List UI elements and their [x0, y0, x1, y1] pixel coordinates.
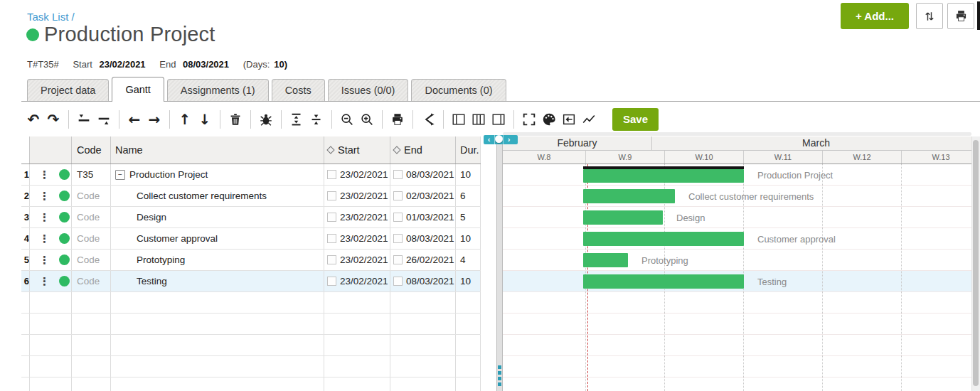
- code-cell[interactable]: Code: [71, 228, 110, 249]
- dur-cell[interactable]: 5: [455, 207, 481, 227]
- end-cell[interactable]: [390, 314, 455, 334]
- dur-cell[interactable]: [455, 314, 481, 334]
- dur-cell[interactable]: 4: [455, 250, 481, 270]
- gantt-row[interactable]: [503, 314, 980, 335]
- dur-cell[interactable]: 10: [455, 271, 481, 291]
- task-status-icon[interactable]: [59, 212, 70, 223]
- start-cell[interactable]: 23/02/2021: [324, 250, 390, 270]
- name-cell[interactable]: Design: [110, 207, 324, 227]
- code-cell[interactable]: Code: [71, 207, 110, 227]
- indent-button[interactable]: →: [145, 109, 164, 129]
- table-empty-row[interactable]: [21, 356, 481, 377]
- end-cell[interactable]: [390, 356, 455, 377]
- table-row[interactable]: 1⋮T35−Production Project23/02/202108/03/…: [21, 164, 481, 186]
- fullscreen-button[interactable]: [520, 109, 538, 129]
- undo-button[interactable]: ↶: [24, 109, 43, 129]
- print-gantt-button[interactable]: [388, 109, 407, 129]
- style-palette-button[interactable]: [540, 109, 558, 129]
- task-status-icon[interactable]: [59, 169, 70, 180]
- task-status-icon[interactable]: [59, 255, 70, 265]
- end-milestone-checkbox[interactable]: [393, 277, 403, 286]
- outdent-button[interactable]: ←: [125, 109, 144, 129]
- task-status-icon[interactable]: [59, 191, 70, 201]
- start-cell[interactable]: 23/02/2021: [324, 228, 390, 249]
- tab-gantt[interactable]: Gantt: [112, 77, 164, 102]
- dur-cell[interactable]: [455, 335, 481, 355]
- dur-cell[interactable]: [455, 356, 481, 377]
- end-cell[interactable]: 02/03/2021: [390, 186, 455, 206]
- table-row[interactable]: 5⋮CodePrototyping23/02/202126/02/20214: [21, 250, 481, 271]
- end-cell[interactable]: [390, 335, 455, 355]
- code-cell[interactable]: T35: [71, 164, 110, 185]
- start-cell[interactable]: [324, 356, 390, 377]
- start-cell[interactable]: 23/02/2021: [324, 207, 390, 227]
- task-bar[interactable]: [583, 253, 628, 267]
- header-dur[interactable]: Dur.: [455, 136, 481, 164]
- tab-assignments-1[interactable]: Assignments (1): [167, 79, 269, 101]
- start-cell[interactable]: 23/02/2021: [324, 271, 390, 291]
- tab-project-data[interactable]: Project data: [27, 79, 109, 101]
- gantt-row[interactable]: [503, 356, 980, 377]
- task-bar[interactable]: [583, 274, 744, 289]
- start-milestone-checkbox[interactable]: [327, 255, 336, 264]
- gantt-row[interactable]: [503, 377, 980, 391]
- table-row[interactable]: 6⋮CodeTesting23/02/202108/03/202110: [21, 271, 481, 292]
- end-cell[interactable]: [390, 377, 455, 391]
- table-empty-row[interactable]: [21, 314, 481, 335]
- collapse-children-icon[interactable]: −: [115, 170, 125, 180]
- start-milestone-checkbox[interactable]: [327, 277, 336, 286]
- start-milestone-checkbox[interactable]: [327, 170, 336, 179]
- start-cell[interactable]: 23/02/2021: [324, 186, 390, 206]
- expand-all-button[interactable]: [287, 109, 306, 129]
- end-milestone-checkbox[interactable]: [393, 191, 403, 200]
- save-button[interactable]: Save: [612, 108, 659, 131]
- insert-below-button[interactable]: [95, 109, 113, 129]
- gantt-horizontal-scrollbar[interactable]: [503, 132, 971, 136]
- gantt-row[interactable]: [503, 292, 980, 314]
- name-cell[interactable]: [110, 356, 324, 377]
- task-bar[interactable]: [583, 232, 744, 246]
- code-cell[interactable]: [71, 292, 110, 313]
- task-status-icon[interactable]: [59, 233, 70, 244]
- insert-above-button[interactable]: [75, 109, 93, 129]
- delete-task-button[interactable]: [226, 109, 245, 129]
- breadcrumb[interactable]: Task List /: [27, 11, 75, 23]
- move-up-button[interactable]: ↑: [176, 109, 194, 129]
- row-menu-icon[interactable]: ⋮: [39, 190, 50, 203]
- start-milestone-checkbox[interactable]: [327, 213, 336, 222]
- tab-documents-0[interactable]: Documents (0): [411, 79, 506, 101]
- vertical-scrollbar-thumb[interactable]: [973, 140, 979, 386]
- task-bar[interactable]: [583, 189, 675, 203]
- end-cell[interactable]: 08/03/2021: [390, 228, 455, 249]
- start-cell[interactable]: [324, 314, 390, 334]
- layout-left-button[interactable]: [449, 109, 468, 129]
- workload-button[interactable]: [580, 109, 598, 129]
- table-empty-row[interactable]: [21, 377, 481, 391]
- table-row[interactable]: 4⋮CodeCustomer approval23/02/202108/03/2…: [21, 228, 481, 250]
- table-row[interactable]: 2⋮CodeCollect customer requirements23/02…: [21, 186, 481, 207]
- name-cell[interactable]: Collect customer requirements: [110, 186, 324, 206]
- dur-cell[interactable]: 6: [455, 186, 481, 206]
- sort-button[interactable]: [916, 3, 943, 29]
- name-cell[interactable]: [110, 335, 324, 355]
- end-cell[interactable]: 01/03/2021: [390, 207, 455, 227]
- add-button[interactable]: + Add...: [841, 3, 909, 29]
- name-cell[interactable]: [110, 377, 324, 391]
- task-bar[interactable]: [583, 210, 663, 225]
- start-cell[interactable]: [324, 377, 390, 391]
- code-cell[interactable]: [71, 377, 110, 391]
- code-cell[interactable]: [71, 335, 110, 355]
- dur-cell[interactable]: [455, 292, 481, 313]
- name-cell[interactable]: [110, 292, 324, 313]
- task-status-icon[interactable]: [59, 276, 70, 286]
- start-cell[interactable]: [324, 292, 390, 313]
- start-milestone-checkbox[interactable]: [327, 191, 336, 200]
- zoom-in-button[interactable]: [358, 109, 376, 129]
- row-menu-icon[interactable]: ⋮: [39, 232, 50, 245]
- name-cell[interactable]: Testing: [110, 271, 324, 291]
- header-start[interactable]: Start: [324, 136, 390, 164]
- end-milestone-checkbox[interactable]: [393, 213, 403, 222]
- end-milestone-checkbox[interactable]: [393, 255, 403, 264]
- start-milestone-checkbox[interactable]: [327, 234, 336, 243]
- row-menu-icon[interactable]: ⋮: [39, 211, 50, 224]
